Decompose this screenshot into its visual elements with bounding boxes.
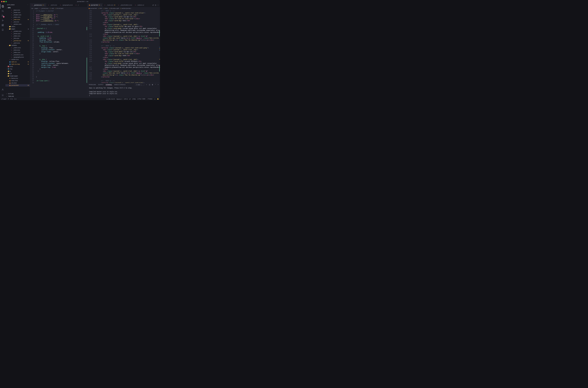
- folder-js[interactable]: ›📁js: [5, 70, 30, 73]
- tab-typography-scss[interactable]: ⌁_typography.scss: [58, 3, 74, 7]
- settings-gear-icon[interactable]: [0, 93, 5, 97]
- editor-pane-left: ⌁_journal.scss M× ⌁_work.scss ⌁_typograp…: [30, 3, 87, 97]
- file-style-map[interactable]: ▦style.css.mapM: [5, 63, 30, 65]
- file-index-html[interactable]: ▦index.html: [5, 79, 30, 82]
- gutter-left: 1 2 3 4 5 6 7 8 9 10 11 12 13 14 15 16 1…: [30, 10, 35, 97]
- tab-placeholders-scss[interactable]: ⌁_placeholders.scss: [117, 3, 133, 7]
- compare-icon[interactable]: ⇄: [152, 4, 154, 6]
- account-icon[interactable]: [0, 87, 5, 92]
- tab-output[interactable]: OUTPUT: [98, 84, 103, 85]
- terminal-output[interactable]: Sass is watching for changes. Press Ctrl…: [87, 86, 160, 97]
- folder-fonts[interactable]: ›🅰fonts: [5, 65, 30, 68]
- search-icon[interactable]: [0, 9, 5, 13]
- file-base-scss[interactable]: ⌁_base.scss: [5, 9, 30, 11]
- file-typography-scss[interactable]: ⌁_typography.scss: [5, 56, 30, 58]
- folder-single-pages[interactable]: ⌄📂single-pages: [5, 75, 30, 77]
- file-home-scss[interactable]: ⌁_home.scss: [5, 32, 30, 35]
- code-editor-left[interactable]: 1 2 3 4 5 6 7 8 9 10 11 12 13 14 15 16 1…: [30, 10, 87, 97]
- file-style-css[interactable]: ▦style.cssM: [5, 61, 30, 63]
- file-index-p-scss[interactable]: ⌁_index.scss: [5, 35, 30, 37]
- file-header-scss[interactable]: ⌁_header.scss: [5, 14, 30, 16]
- status-linecol[interactable]: Ln 145, Col 22: [106, 98, 115, 100]
- status-eol[interactable]: LF: [129, 98, 131, 100]
- outline-section[interactable]: ›OUTLINE: [5, 92, 30, 95]
- status-bell-icon[interactable]: 🔔: [157, 98, 159, 100]
- tab-journal-html[interactable]: ▦journal.html M×: [87, 3, 103, 7]
- tab-index-overflow[interactable]: ⌁_i: [74, 3, 80, 7]
- file-master-scss[interactable]: ⌁master.scss: [5, 58, 30, 61]
- status-spaces[interactable]: Spaces: 2: [116, 98, 122, 100]
- tabs-right: ▦journal.html M× ⌁_main.scss M ⌁_placeho…: [87, 3, 160, 7]
- file-contact-scss[interactable]: ⌁_contact.scss: [5, 30, 30, 32]
- scm-icon[interactable]: 5: [0, 13, 5, 18]
- file-journal-html[interactable]: ▦journal.htmlM: [5, 84, 30, 87]
- file-journal-scss[interactable]: ⌁_journal.scssM: [5, 40, 30, 42]
- explorer-more-icon[interactable]: ⋯: [27, 4, 28, 6]
- tab-buttons-scss[interactable]: ⌁_buttons.sc: [133, 3, 145, 7]
- traffic-lights[interactable]: [1, 1, 7, 2]
- status-errors[interactable]: ⊘0 ⚠0: [10, 98, 16, 100]
- tab-main-scss[interactable]: ⌁_main.scss M: [103, 3, 117, 7]
- close-icon[interactable]: ×: [44, 4, 45, 6]
- tabs-left: ⌁_journal.scss M× ⌁_work.scss ⌁_typograp…: [30, 3, 87, 7]
- file-fonts-scss[interactable]: ⌁_fonts.scss: [5, 49, 30, 51]
- folder-others[interactable]: ›📁others: [5, 25, 30, 28]
- file-main-scss[interactable]: ⌁_main.scssM: [5, 18, 30, 21]
- file-info-scss[interactable]: ⌁_info.scss: [5, 37, 30, 40]
- folder-variables[interactable]: ⌄📂variables: [5, 44, 30, 47]
- new-terminal-icon[interactable]: ＋: [146, 84, 147, 86]
- kill-terminal-icon[interactable]: 🗑: [152, 84, 153, 85]
- minimize-window[interactable]: [3, 1, 5, 2]
- folder-img[interactable]: ›🖼img: [5, 68, 30, 70]
- file-colors-scss[interactable]: ⌁_colors.scss: [5, 47, 30, 49]
- file-section-scss[interactable]: ⌁_section.scss: [5, 23, 30, 25]
- tab-debug-console[interactable]: DEBUG CONSOLE: [114, 84, 125, 85]
- file-index-v-scss[interactable]: ⌁_index.scss: [5, 51, 30, 54]
- file-footer-scss[interactable]: ⌁_footer.scss: [5, 11, 30, 14]
- breadcrumbs-right[interactable]: ▦journal.html› ◇html› ◇body› ◇div.meta-c…: [87, 7, 160, 10]
- folder-root[interactable]: ⌄SRC: [5, 7, 30, 9]
- code-editor-right[interactable]: 103 104 105 106 107 108 109 110 111 112 …: [87, 10, 160, 83]
- status-feedback-icon[interactable]: ☺: [154, 98, 155, 100]
- debug-icon[interactable]: [0, 18, 5, 23]
- folder-pages[interactable]: ⌄📂pages●: [5, 28, 30, 30]
- file-favicon[interactable]: ★favicon.ico: [5, 77, 30, 79]
- file-work-scss[interactable]: ⌁_work.scss: [5, 42, 30, 44]
- tab-problems[interactable]: PROBLEMS: [89, 84, 96, 85]
- timeline-section[interactable]: ›TIMELINE: [5, 95, 30, 97]
- terminal-dropdown[interactable]: 1: sass ⌄: [135, 84, 144, 86]
- close-window[interactable]: [1, 1, 2, 2]
- status-branch[interactable]: ⎇main*: [1, 98, 6, 100]
- status-lang[interactable]: HTML: [132, 98, 136, 100]
- tab-work-scss[interactable]: ⌁_work.scss: [47, 3, 58, 7]
- split-icon[interactable]: ◫: [155, 4, 156, 6]
- extensions-icon[interactable]: [0, 23, 5, 27]
- bookmark-icon[interactable]: [0, 27, 5, 32]
- status-encoding[interactable]: UTF-8: [124, 98, 127, 100]
- terminal-panel: PROBLEMS OUTPUT TERMINAL DEBUG CONSOLE 1…: [87, 83, 160, 97]
- status-prettier[interactable]: ✓ Prettier: [147, 98, 152, 100]
- close-panel-icon[interactable]: ×: [158, 84, 159, 85]
- split-terminal-icon[interactable]: ◫: [149, 84, 150, 85]
- svg-marker-7: [2, 20, 3, 21]
- tab-journal-scss[interactable]: ⌁_journal.scss M×: [30, 3, 47, 7]
- file-transitions-scss[interactable]: ⌁_transitions.scss: [5, 54, 30, 56]
- maximize-panel-icon[interactable]: ⌃: [155, 84, 156, 85]
- error-icon: ⊘: [10, 98, 11, 100]
- explorer-icon[interactable]: [0, 4, 5, 9]
- close-icon[interactable]: ×: [101, 4, 102, 6]
- more-icon[interactable]: ⋯: [157, 4, 159, 6]
- broadcast-icon: ⊘: [138, 98, 139, 99]
- tab-terminal[interactable]: TERMINAL: [105, 84, 112, 85]
- status-sync[interactable]: ⟳: [8, 98, 9, 100]
- maximize-window[interactable]: [5, 1, 7, 2]
- svg-rect-9: [2, 25, 2, 26]
- file-nav-scss[interactable]: ⌁_nav.scss: [5, 21, 30, 23]
- folder-pdf[interactable]: ›📁pdf: [5, 73, 30, 75]
- minimap[interactable]: [159, 10, 160, 83]
- file-info-html[interactable]: ▦info.html: [5, 82, 30, 84]
- status-port[interactable]: ⊘ Port : 5500: [138, 98, 145, 100]
- breadcrumbs-left[interactable]: css› pages› ⌁_journal.scss› ◇.card› ◇&-c…: [30, 7, 87, 10]
- explorer-sidebar: EXPLORER ⋯ ⌄SRC ⌁_base.scss ⌁_footer.scs…: [5, 3, 30, 97]
- file-index-scss[interactable]: ⌁_index.scss: [5, 16, 30, 18]
